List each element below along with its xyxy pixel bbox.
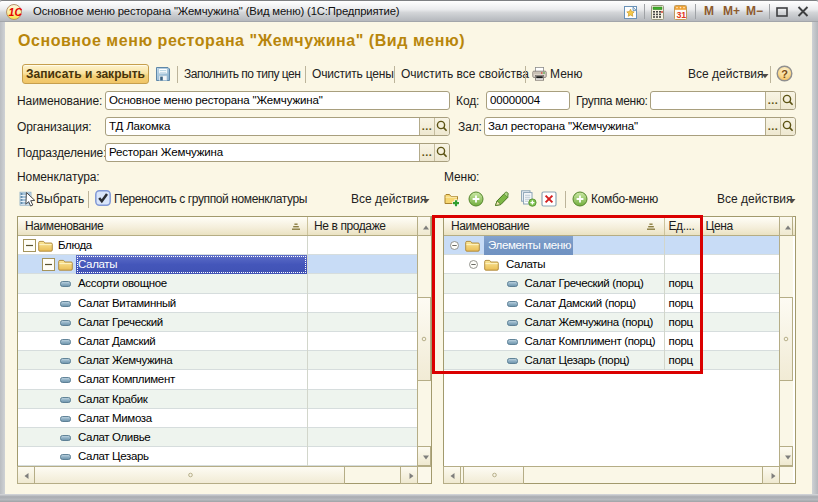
svg-text:1С: 1С (9, 6, 22, 18)
svg-text:31: 31 (676, 10, 686, 20)
svg-text:?: ? (781, 68, 788, 80)
